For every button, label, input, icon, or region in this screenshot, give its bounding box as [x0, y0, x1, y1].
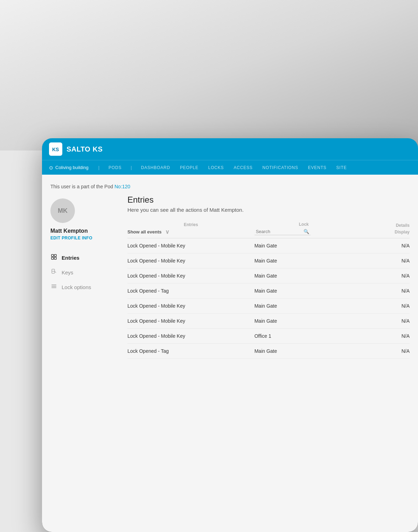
sidebar-item-lock-options[interactable]: Lock options	[50, 280, 120, 294]
table-row[interactable]: Lock Opened - Mobile Key Office 1 N/A	[127, 329, 410, 344]
nav-notifications[interactable]: NOTIFICATIONS	[263, 165, 298, 170]
table-row[interactable]: Lock Opened - Mobile Key Main Gate N/A	[127, 268, 410, 284]
table-row[interactable]: Lock Opened - Tag Main Gate N/A	[127, 344, 410, 359]
lock-cell: Main Gate	[255, 253, 353, 268]
keys-icon	[50, 268, 57, 276]
svg-rect-5	[54, 257, 56, 259]
lock-options-icon	[50, 283, 57, 291]
left-sidebar: MK Matt Kempton EDIT PROFILE INFO	[50, 195, 120, 359]
sidebar-lock-options-label: Lock options	[62, 284, 91, 290]
lock-cell: Main Gate	[255, 268, 353, 284]
sidebar-keys-label: Keys	[62, 270, 73, 275]
entry-cell: Lock Opened - Tag	[127, 284, 255, 299]
chevron-down-icon: ∨	[165, 229, 169, 235]
main-content-row: MK Matt Kempton EDIT PROFILE INFO	[50, 195, 410, 359]
entry-cell: Lock Opened - Mobile Key	[127, 329, 255, 344]
sidebar-entries-label: Entries	[62, 255, 79, 261]
lock-cell: Main Gate	[255, 314, 353, 329]
entry-cell: Lock Opened - Mobile Key	[127, 268, 255, 284]
svg-rect-11	[51, 287, 56, 288]
entries-title: Entries	[127, 195, 410, 205]
nav-events[interactable]: EVENTS	[308, 165, 327, 170]
sidebar-item-keys[interactable]: Keys	[50, 265, 120, 280]
details-cell: N/A	[353, 344, 410, 359]
details-cell: N/A	[353, 253, 410, 268]
table-row[interactable]: Lock Opened - Mobile Key Main Gate N/A	[127, 299, 410, 314]
svg-rect-9	[51, 285, 56, 285]
search-icon: 🔍	[304, 229, 309, 234]
table-row[interactable]: Lock Opened - Mobile Key Main Gate N/A	[127, 238, 410, 253]
table-row[interactable]: Lock Opened - Mobile Key Main Gate N/A	[127, 253, 410, 268]
nav-access[interactable]: ACCESS	[234, 165, 252, 170]
entry-cell: Lock Opened - Mobile Key	[127, 314, 255, 329]
details-display-label: DetailsDisplay	[395, 223, 410, 234]
app-title: SALTO KS	[67, 145, 103, 153]
site-label: Coliving building	[55, 165, 89, 170]
tablet-device: KS SALTO KS ⊙ Coliving building | PODS |…	[42, 138, 418, 532]
nav-pods[interactable]: PODS	[109, 165, 121, 170]
entries-table-body: Lock Opened - Mobile Key Main Gate N/A L…	[127, 238, 410, 359]
details-cell: N/A	[353, 329, 410, 344]
pod-notice-text: This user is a part of the Pod	[50, 184, 114, 189]
svg-rect-2	[51, 254, 54, 257]
table-row[interactable]: Lock Opened - Tag Main Gate N/A	[127, 284, 410, 299]
pod-notice: This user is a part of the Pod No:120	[50, 180, 410, 195]
pin-icon: ⊙	[49, 165, 53, 170]
background-gradient	[0, 0, 418, 150]
top-navbar: KS SALTO KS	[42, 138, 418, 160]
lock-col-label: Lock	[255, 222, 353, 227]
filter-dropdown[interactable]: Show all events ∨	[127, 229, 255, 235]
pod-link[interactable]: No:120	[114, 184, 130, 189]
nav-site[interactable]: SITE	[336, 165, 347, 170]
svg-rect-10	[51, 286, 56, 287]
svg-rect-3	[54, 254, 56, 257]
entry-cell: Lock Opened - Mobile Key	[127, 253, 255, 268]
lock-search-box[interactable]: 🔍	[255, 228, 311, 235]
content-area: This user is a part of the Pod No:120 MK…	[42, 175, 418, 364]
tablet-screen: KS SALTO KS ⊙ Coliving building | PODS |…	[42, 138, 418, 532]
separator-1: |	[98, 165, 99, 170]
lock-search-input[interactable]	[256, 229, 301, 234]
entries-icon	[50, 254, 57, 261]
user-name: Matt Kempton	[50, 228, 120, 234]
sidebar-item-entries[interactable]: Entries	[50, 250, 120, 265]
table-row[interactable]: Lock Opened - Mobile Key Main Gate N/A	[127, 314, 410, 329]
entry-cell: Lock Opened - Mobile Key	[127, 238, 255, 253]
site-selector[interactable]: ⊙ Coliving building	[49, 165, 89, 170]
details-cell: N/A	[353, 238, 410, 253]
logo-svg: KS	[51, 144, 61, 154]
nav-dashboard[interactable]: DASHBOARD	[141, 165, 170, 170]
avatar-initials: MK	[58, 207, 68, 215]
entries-col-label: Entries	[127, 222, 255, 227]
separator-2: |	[131, 165, 132, 170]
filter-value: Show all events	[127, 229, 162, 234]
lock-cell: Main Gate	[255, 238, 353, 253]
details-cell: N/A	[353, 268, 410, 284]
nav-locks[interactable]: LOCKS	[208, 165, 224, 170]
logo-box: KS	[49, 142, 62, 156]
svg-text:KS: KS	[52, 147, 59, 152]
col-entries-header: Entries Show all events ∨	[127, 220, 255, 238]
secondary-navbar: ⊙ Coliving building | PODS | DASHBOARD P…	[42, 160, 418, 175]
avatar: MK	[50, 198, 75, 223]
edit-profile-button[interactable]: EDIT PROFILE INFO	[50, 236, 120, 240]
nav-people[interactable]: PEOPLE	[180, 165, 198, 170]
sidebar-menu: Entries Keys	[50, 250, 120, 294]
lock-cell: Main Gate	[255, 299, 353, 314]
entry-cell: Lock Opened - Mobile Key	[127, 299, 255, 314]
lock-cell: Main Gate	[255, 344, 353, 359]
right-content: Entries Here you can see all the actions…	[120, 195, 410, 359]
details-cell: N/A	[353, 284, 410, 299]
details-cell: N/A	[353, 314, 410, 329]
entry-cell: Lock Opened - Tag	[127, 344, 255, 359]
entries-table: Entries Show all events ∨ Lock	[127, 220, 410, 359]
lock-cell: Main Gate	[255, 284, 353, 299]
lock-cell: Office 1	[255, 329, 353, 344]
col-lock-header: Lock 🔍	[255, 220, 353, 238]
entries-subtitle: Here you can see all the actions of Matt…	[127, 207, 410, 213]
col-details-header: DetailsDisplay	[353, 220, 410, 238]
table-header-row: Entries Show all events ∨ Lock	[127, 220, 410, 238]
details-cell: N/A	[353, 299, 410, 314]
svg-rect-4	[51, 257, 54, 259]
